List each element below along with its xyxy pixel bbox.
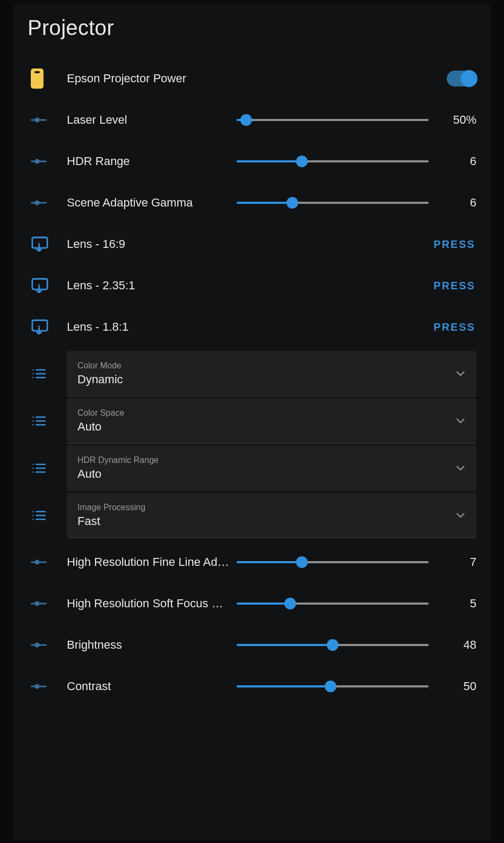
- projector-icon: [28, 68, 67, 89]
- lens-169-label: Lens - 16:9: [67, 237, 274, 251]
- svg-point-10: [32, 377, 33, 378]
- gamma-value: 6: [438, 196, 476, 210]
- soft-focus-value: 5: [438, 597, 476, 610]
- brightness-row: Brightness 48: [28, 624, 476, 666]
- color-space-dropdown[interactable]: Color Space Auto: [67, 398, 476, 444]
- lens-18-label: Lens - 1.8:1: [67, 320, 274, 334]
- laser-level-row: Laser Level 50%: [28, 99, 476, 141]
- slider-icon: [28, 600, 67, 607]
- hdr-dynamic-range-row: HDR Dynamic Range Auto: [28, 445, 476, 491]
- image-processing-value: Fast: [77, 514, 466, 528]
- slider-icon: [28, 199, 67, 207]
- svg-point-28: [32, 519, 33, 520]
- press-icon: [28, 318, 67, 336]
- list-icon: [28, 398, 67, 444]
- svg-point-1: [38, 243, 40, 244]
- lens-235-label: Lens - 2.35:1: [67, 279, 274, 293]
- lens-235-row: Lens - 2.35:1 PRESS: [28, 265, 476, 306]
- image-processing-label: Image Processing: [77, 503, 466, 512]
- laser-level-slider[interactable]: [237, 114, 429, 126]
- fine-line-slider[interactable]: [237, 556, 429, 569]
- soft-focus-row: High Resolution Soft Focus D… 5: [28, 583, 476, 624]
- fine-line-value: 7: [438, 555, 476, 569]
- color-mode-dropdown[interactable]: Color Mode Dynamic: [67, 351, 476, 397]
- press-icon: [28, 235, 67, 253]
- svg-point-16: [32, 424, 33, 425]
- lens-18-row: Lens - 1.8:1 PRESS: [28, 306, 476, 348]
- lens-169-row: Lens - 16:9 PRESS: [28, 223, 476, 265]
- svg-point-24: [32, 511, 33, 512]
- contrast-slider[interactable]: [237, 680, 429, 693]
- projector-panel: Projector Epson Projector Power Laser Le…: [13, 3, 491, 840]
- power-row: Epson Projector Power: [28, 58, 476, 99]
- hdr-range-value: 6: [438, 154, 476, 168]
- slider-icon: [28, 558, 67, 566]
- svg-point-22: [32, 471, 33, 472]
- list-icon: [28, 445, 67, 491]
- power-toggle[interactable]: [447, 71, 476, 87]
- svg-point-12: [32, 417, 33, 418]
- contrast-row: Contrast 50: [28, 666, 476, 707]
- chevron-down-icon: [456, 466, 465, 471]
- gamma-row: Scene Adaptive Gamma 6: [28, 182, 476, 223]
- image-processing-row: Image Processing Fast: [28, 493, 476, 538]
- hdr-dynamic-range-label: HDR Dynamic Range: [77, 455, 466, 465]
- slider-icon: [28, 641, 67, 649]
- soft-focus-slider[interactable]: [237, 597, 429, 610]
- color-mode-label: Color Mode: [77, 361, 466, 371]
- svg-point-3: [38, 284, 40, 286]
- contrast-value: 50: [438, 679, 476, 693]
- svg-point-14: [32, 420, 33, 422]
- lens-169-press-button[interactable]: PRESS: [274, 238, 476, 251]
- brightness-value: 48: [438, 638, 476, 652]
- color-space-row: Color Space Auto: [28, 398, 476, 444]
- chevron-down-icon: [456, 371, 465, 376]
- power-label: Epson Projector Power: [67, 72, 447, 85]
- slider-icon: [28, 158, 67, 165]
- panel-title: Projector: [28, 16, 476, 40]
- soft-focus-label: High Resolution Soft Focus D…: [67, 597, 237, 610]
- brightness-slider[interactable]: [237, 639, 429, 651]
- color-space-label: Color Space: [77, 408, 466, 418]
- fine-line-label: High Resolution Fine Line Adj…: [67, 555, 237, 569]
- laser-level-label: Laser Level: [67, 113, 237, 127]
- color-space-value: Auto: [77, 420, 466, 434]
- svg-point-20: [32, 468, 33, 469]
- press-icon: [28, 277, 67, 295]
- brightness-label: Brightness: [67, 638, 237, 652]
- color-mode-row: Color Mode Dynamic: [28, 351, 476, 397]
- hdr-dynamic-range-value: Auto: [77, 467, 466, 481]
- chevron-down-icon: [456, 418, 465, 424]
- chevron-down-icon: [456, 513, 465, 518]
- list-icon: [28, 351, 67, 397]
- image-processing-dropdown[interactable]: Image Processing Fast: [67, 493, 476, 538]
- fine-line-row: High Resolution Fine Line Adj… 7: [28, 541, 476, 583]
- hdr-range-label: HDR Range: [67, 154, 237, 168]
- gamma-label: Scene Adaptive Gamma: [67, 196, 237, 210]
- contrast-label: Contrast: [67, 679, 237, 693]
- lens-235-press-button[interactable]: PRESS: [274, 280, 476, 292]
- hdr-range-slider[interactable]: [237, 155, 429, 168]
- lens-18-press-button[interactable]: PRESS: [274, 321, 476, 333]
- slider-icon: [28, 683, 67, 690]
- laser-level-value: 50%: [438, 113, 476, 127]
- slider-icon: [28, 116, 67, 124]
- hdr-dynamic-range-dropdown[interactable]: HDR Dynamic Range Auto: [67, 445, 476, 491]
- hdr-range-row: HDR Range 6: [28, 141, 476, 182]
- svg-point-8: [32, 373, 33, 374]
- svg-point-6: [32, 369, 33, 371]
- color-mode-value: Dynamic: [77, 373, 466, 386]
- svg-point-18: [32, 464, 33, 465]
- svg-point-5: [38, 325, 40, 327]
- list-icon: [28, 493, 67, 538]
- gamma-slider[interactable]: [237, 196, 429, 209]
- svg-point-26: [32, 515, 33, 516]
